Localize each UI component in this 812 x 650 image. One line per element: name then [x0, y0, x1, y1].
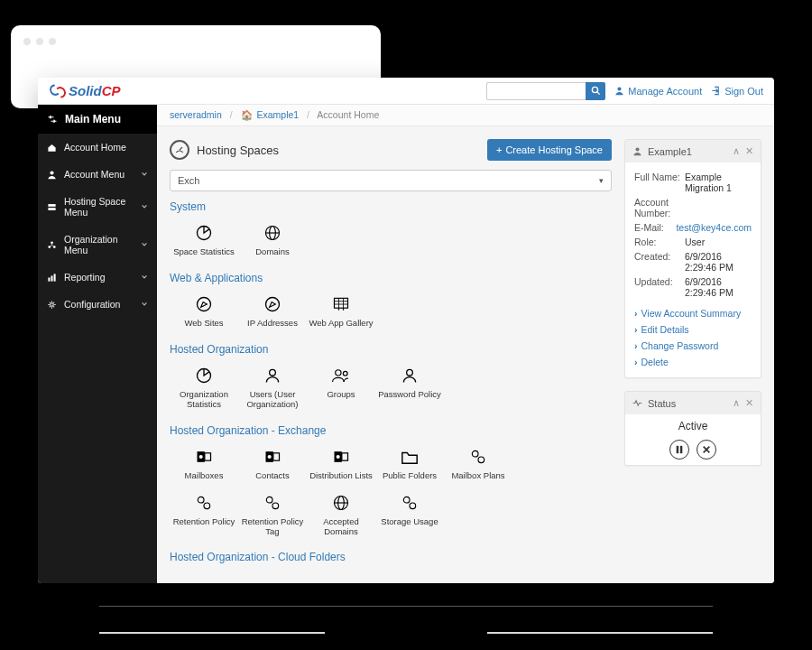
- tile-org-statistics[interactable]: Organization Statistics: [170, 361, 238, 417]
- section-web-header[interactable]: Web & Applications: [170, 272, 612, 284]
- pie-icon: [170, 365, 238, 386]
- footer-decoration: [99, 606, 713, 634]
- close-icon[interactable]: ✕: [745, 145, 753, 157]
- hosting-space-combo[interactable]: Exch ▾: [170, 170, 612, 191]
- svg-point-12: [51, 302, 53, 305]
- chevron-down-icon: [141, 274, 148, 281]
- heartbeat-icon: [632, 398, 642, 408]
- svg-rect-11: [54, 274, 56, 281]
- gears-icon: [170, 492, 238, 514]
- collapse-icon[interactable]: ∧: [733, 397, 740, 409]
- section-exchange-header[interactable]: Hosted Organization - Exchange: [170, 424, 612, 437]
- sidebar-item-account-menu[interactable]: Account Menu: [38, 161, 157, 188]
- svg-point-51: [635, 147, 639, 151]
- section-org-header[interactable]: Hosted Organization: [170, 343, 612, 356]
- sidebar: Main Menu Account Home Account Menu Host…: [38, 105, 157, 583]
- users-icon: [307, 365, 375, 386]
- caret-down-icon: ▾: [599, 176, 604, 185]
- sidebar-item-reporting[interactable]: Reporting: [38, 264, 157, 291]
- sidebar-item-configuration[interactable]: Configuration: [38, 291, 157, 318]
- svg-point-33: [199, 455, 203, 459]
- sign-out-icon: [711, 86, 721, 96]
- tile-contacts[interactable]: Contacts: [238, 442, 307, 488]
- pause-button[interactable]: [669, 440, 689, 460]
- tile-domains[interactable]: Domains: [238, 218, 307, 265]
- change-password-link[interactable]: Change Password: [634, 338, 752, 354]
- svg-rect-19: [335, 298, 348, 308]
- sidebar-title: Main Menu: [38, 105, 157, 134]
- status-panel: Status ∧ ✕ Active: [624, 391, 761, 466]
- svg-point-0: [592, 87, 597, 92]
- svg-rect-5: [48, 208, 55, 210]
- sidebar-item-hosting-space-menu[interactable]: Hosting Space Menu: [38, 188, 157, 226]
- tile-web-sites[interactable]: Web Sites: [170, 290, 238, 336]
- search-icon: [591, 86, 601, 96]
- tile-groups[interactable]: Groups: [307, 361, 375, 417]
- svg-point-28: [336, 370, 341, 376]
- svg-rect-4: [48, 204, 55, 207]
- tile-accepted-domains[interactable]: Accepted Domains: [307, 488, 375, 544]
- folder-icon: [375, 446, 444, 468]
- view-account-summary-link[interactable]: View Account Summary: [634, 305, 752, 321]
- section-system-header[interactable]: System: [170, 200, 612, 213]
- email-link[interactable]: test@key4ce.com: [676, 222, 752, 233]
- brand-logo-text: SolidCP: [69, 83, 121, 98]
- close-icon[interactable]: ✕: [745, 397, 753, 409]
- chart-icon: [47, 273, 57, 283]
- tile-storage-usage[interactable]: Storage Usage: [375, 488, 444, 544]
- delete-link[interactable]: Delete: [634, 354, 752, 370]
- svg-line-1: [597, 92, 600, 95]
- crumb-serveradmin[interactable]: serveradmin: [170, 109, 222, 120]
- brand-logo-icon: [49, 83, 67, 99]
- sidebar-item-account-home[interactable]: Account Home: [38, 134, 157, 161]
- stop-button[interactable]: [697, 440, 716, 460]
- outlook-icon: [238, 446, 307, 468]
- svg-point-27: [270, 369, 276, 376]
- bg-window-dots: [23, 38, 56, 45]
- svg-rect-52: [677, 446, 679, 453]
- svg-point-43: [204, 503, 210, 509]
- svg-point-3: [50, 171, 53, 174]
- gauge-icon: [170, 140, 189, 160]
- manage-account-link[interactable]: Manage Account: [614, 86, 702, 97]
- svg-rect-53: [680, 446, 683, 453]
- svg-point-17: [198, 297, 211, 311]
- tile-retention-policy-tag[interactable]: Retention Policy Tag: [238, 488, 307, 544]
- create-hosting-space-button[interactable]: + Create Hosting Space: [487, 139, 612, 161]
- compass-icon: [170, 293, 238, 315]
- tile-space-statistics[interactable]: Space Statistics: [170, 218, 238, 265]
- collapse-icon[interactable]: ∧: [733, 145, 740, 157]
- sidebar-item-label: Hosting Space Menu: [64, 196, 134, 218]
- tile-retention-policy[interactable]: Retention Policy: [170, 488, 238, 544]
- user-icon: [614, 86, 624, 96]
- outlook-icon: [170, 446, 238, 468]
- crumb-example1[interactable]: Example1: [256, 109, 299, 120]
- x-icon: [702, 445, 711, 454]
- tile-ip-addresses[interactable]: IP Addresses: [238, 290, 307, 336]
- menu-icon: [47, 114, 58, 125]
- bg-tab-right: [408, 0, 706, 90]
- tile-distribution-lists[interactable]: Distribution Lists: [307, 442, 375, 488]
- edit-details-link[interactable]: Edit Details: [634, 321, 752, 338]
- tile-password-policy[interactable]: Password Policy: [375, 361, 444, 417]
- sign-out-link[interactable]: Sign Out: [711, 86, 763, 97]
- svg-point-49: [403, 497, 410, 503]
- account-panel: Example1 ∧ ✕ Full Name:Example Migration…: [624, 139, 761, 378]
- home-icon: [47, 143, 57, 153]
- account-panel-header: Example1 ∧ ✕: [625, 140, 761, 162]
- user-icon: [238, 365, 307, 386]
- tile-web-app-gallery[interactable]: Web App Gallery: [307, 290, 375, 336]
- chevron-down-icon: [141, 241, 148, 248]
- sidebar-item-organization-menu[interactable]: Organization Menu: [38, 226, 157, 264]
- search-button[interactable]: [586, 82, 605, 100]
- search-input[interactable]: [486, 82, 586, 100]
- home-icon: 🏠: [241, 109, 253, 120]
- tile-public-folders[interactable]: Public Folders: [375, 442, 444, 488]
- section-cloud-header[interactable]: Hosted Organization - Cloud Folders: [170, 551, 612, 563]
- tile-users[interactable]: Users (User Organization): [238, 361, 307, 417]
- svg-point-29: [343, 371, 347, 376]
- brand-logo[interactable]: SolidCP: [49, 83, 121, 99]
- tile-mailbox-plans[interactable]: Mailbox Plans: [444, 442, 512, 488]
- tile-mailboxes[interactable]: Mailboxes: [170, 442, 238, 488]
- svg-point-50: [410, 503, 416, 509]
